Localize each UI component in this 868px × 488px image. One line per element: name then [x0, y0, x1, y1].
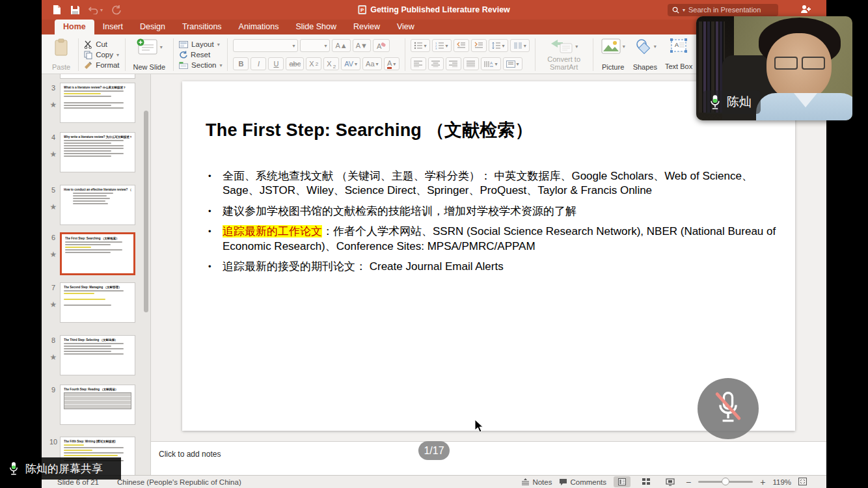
cut-button[interactable]: Cut [84, 39, 119, 49]
convert-to-smartart-button[interactable]: ▾ Convert to SmartArt [539, 37, 589, 72]
slide-sorter-view-button[interactable] [638, 476, 655, 487]
comments-icon [559, 478, 567, 485]
thumbnail-slide-2-partial[interactable] [60, 74, 135, 79]
shapes-icon [634, 38, 652, 54]
format-painter-button[interactable]: Format [84, 60, 119, 70]
align-text-icon [506, 61, 515, 68]
italic-button[interactable]: I [251, 57, 266, 70]
text-direction-button[interactable]: A▾ [481, 57, 501, 70]
search-input[interactable]: ▾ Search in Presentation [668, 4, 778, 16]
slideshow-view-button[interactable] [662, 476, 679, 487]
animation-star-icon: ★ [48, 150, 59, 159]
align-left-button[interactable] [411, 57, 426, 70]
thumbnail-slide-6-selected[interactable]: The First Step: Searching （文献检索） [60, 232, 135, 275]
line-spacing-button[interactable]: ▾ [489, 39, 508, 52]
tab-slide-show[interactable]: Slide Show [287, 20, 345, 34]
zoom-in-button[interactable]: + [760, 477, 765, 487]
align-right-button[interactable] [446, 57, 461, 70]
align-text-button[interactable]: ▾ [503, 57, 522, 70]
font-name-select[interactable]: ▾ [233, 39, 298, 52]
strikethrough-button[interactable]: abc [286, 57, 304, 70]
section-icon [179, 62, 188, 69]
bold-button[interactable]: B [233, 57, 249, 70]
thumbnail-slide-3[interactable]: What is a literature review? 什么是文献综述？ [60, 83, 135, 123]
muted-mic-icon [713, 390, 743, 427]
font-color-button[interactable]: A▾ [384, 57, 400, 70]
justify-button[interactable] [463, 57, 479, 70]
subscript-button[interactable]: X2 [323, 57, 339, 70]
undo-button[interactable]: ▾ [88, 5, 103, 14]
save-button[interactable] [70, 5, 80, 15]
copy-button[interactable]: Copy▾ [84, 49, 119, 60]
font-size-select[interactable]: ▾ [300, 39, 330, 52]
comments-toggle[interactable]: Comments [559, 478, 606, 486]
current-slide[interactable]: The First Step: Searching （文献检索） • 全面、系统… [182, 81, 795, 431]
notes-pane[interactable]: Click to add notes [151, 441, 826, 475]
svg-text:A: A [377, 42, 382, 50]
zoom-slider[interactable] [698, 481, 753, 483]
increase-indent-button[interactable] [471, 39, 487, 52]
highlighted-text: 追踪最新的工作论文 [223, 225, 322, 237]
share-invite-button[interactable] [800, 5, 812, 16]
notes-toggle[interactable]: Notes [521, 478, 552, 486]
new-file-button[interactable] [52, 5, 62, 15]
tab-view[interactable]: View [388, 20, 423, 34]
align-left-icon [414, 61, 422, 67]
change-case-button[interactable]: Aa▾ [362, 57, 381, 70]
layout-icon [179, 41, 188, 48]
thumbnail-slide-8[interactable]: The Third Step: Selecting （文献选择） [60, 335, 135, 375]
paste-button[interactable]: Paste [48, 37, 74, 72]
layout-button[interactable]: Layout▾ [179, 39, 222, 49]
ribbon-separator [405, 38, 405, 71]
thumbnail-slide-4[interactable]: Why write a literature review? 为什么写文献综述？ [60, 132, 135, 172]
superscript-button[interactable]: X2 [306, 57, 321, 70]
align-center-icon [431, 61, 440, 67]
language-status[interactable]: Chinese (People's Republic of China) [117, 478, 241, 486]
zoom-slider-knob[interactable] [722, 478, 729, 485]
tab-design[interactable]: Design [131, 20, 174, 34]
zoom-out-button[interactable]: − [686, 477, 691, 487]
grow-font-button[interactable]: A▲ [332, 39, 350, 52]
ribbon-separator [125, 38, 126, 71]
smartart-icon [550, 38, 573, 54]
tab-home[interactable]: Home [55, 20, 94, 34]
slide-body[interactable]: • 全面、系统地查找文献 （关键词、主题、学科分类）： 中英文数据库、Googl… [208, 169, 785, 280]
shapes-button[interactable]: ▾ Shapes [629, 37, 661, 72]
redo-button[interactable] [111, 5, 121, 15]
ribbon-separator [227, 38, 228, 71]
muted-microphone-indicator[interactable] [698, 378, 759, 439]
participant-video[interactable]: 陈灿 [696, 16, 852, 120]
thumbnail-scrollbar[interactable] [144, 111, 148, 312]
format-brush-icon [84, 61, 92, 70]
normal-view-button[interactable] [614, 476, 631, 487]
fit-slide-button[interactable] [798, 478, 807, 487]
tab-insert[interactable]: Insert [94, 20, 131, 34]
slide-number: 10 [48, 438, 59, 446]
zoom-level[interactable]: 119% [772, 478, 791, 486]
slide-title[interactable]: The First Step: Searching （文献检索） [206, 118, 533, 142]
search-placeholder: Search in Presentation [688, 6, 761, 14]
thumbnail-slide-9[interactable]: The Fourth Step: Reading （文献阅读） [60, 385, 135, 425]
bullets-button[interactable]: ▾ [411, 39, 430, 52]
decrease-indent-button[interactable] [454, 39, 469, 52]
section-button[interactable]: Section▾ [179, 60, 222, 70]
page-indicator: 1/17 [418, 441, 450, 460]
new-slide-button[interactable]: ▾ New Slide [129, 37, 170, 72]
reset-button[interactable]: Reset [179, 49, 222, 60]
line-spacing-icon [492, 42, 501, 49]
numbering-button[interactable]: 123▾ [432, 39, 452, 52]
character-spacing-button[interactable]: AV▾ [341, 57, 360, 70]
text-box-button[interactable]: A Text Box [661, 37, 696, 72]
align-center-button[interactable] [428, 57, 444, 70]
picture-button[interactable]: ▾ Picture [597, 37, 629, 72]
clipboard-group: Cut Copy▾ Format [83, 37, 120, 72]
clear-formatting-button[interactable]: A [373, 39, 390, 52]
columns-button[interactable]: ▾ [510, 39, 530, 52]
underline-button[interactable]: U [268, 57, 284, 70]
thumbnail-slide-5[interactable]: How to conduct an effective literature r… [60, 185, 135, 225]
shrink-font-button[interactable]: A▼ [353, 39, 371, 52]
tab-transitions[interactable]: Transitions [174, 20, 230, 34]
tab-animations[interactable]: Animations [230, 20, 288, 34]
thumbnail-slide-7[interactable]: The Second Step: Managing （文献管理） [60, 282, 135, 323]
tab-review[interactable]: Review [345, 20, 388, 34]
